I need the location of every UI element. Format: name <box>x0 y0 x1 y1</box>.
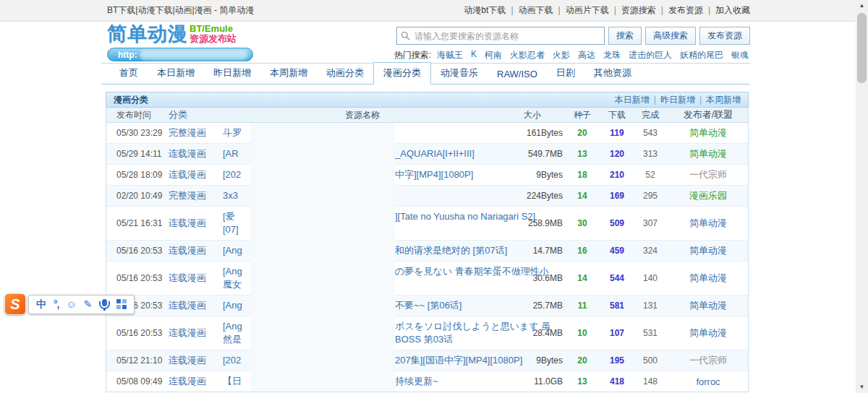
voice-input-icon[interactable] <box>102 299 107 306</box>
row-downloads[interactable]: 107 <box>602 328 632 338</box>
title-fragment-left[interactable]: [Ang <box>223 321 242 332</box>
title-fragment-left[interactable]: [202 <box>223 355 241 366</box>
row-category-link[interactable]: 连载漫画 <box>169 147 223 160</box>
title-fragment-left2[interactable]: 然是 <box>223 334 242 345</box>
title-fragment-left[interactable]: [Ang <box>223 245 242 256</box>
row-downloads[interactable]: 581 <box>602 301 632 311</box>
nav-tab[interactable]: 本周新增 <box>260 63 317 84</box>
advanced-search-button[interactable]: 高级搜索 <box>645 27 696 45</box>
row-category-link[interactable]: 连载漫画 <box>169 244 223 257</box>
hot-search-link[interactable]: 火影 <box>553 49 570 61</box>
nav-tab[interactable]: 其他资源 <box>584 63 641 84</box>
hot-search-link[interactable]: 柯南 <box>485 49 502 61</box>
title-fragment-left[interactable]: [Ang <box>223 266 242 277</box>
nav-tab[interactable]: 首页 <box>110 63 148 84</box>
title-fragment-right[interactable]: 持续更新~ <box>395 375 438 388</box>
scroll-up-arrow-icon[interactable]: ▲ <box>856 0 868 12</box>
row-category-link[interactable]: 连载漫画 <box>169 217 223 230</box>
table-row[interactable]: 02/20 10:49 完整漫画 3x3 224Bytes 14 169 295 <box>106 186 748 207</box>
hot-search-link[interactable]: 龙珠 <box>603 49 621 61</box>
table-row[interactable]: 05/16 20:53 连载漫画 [Ang ボスをソロ討伐しようと思います 虽 … <box>106 316 748 350</box>
title-fragment-right2[interactable]: BOSS 第03话 <box>395 333 453 346</box>
title-fragment-right[interactable]: ボスをソロ討伐しようと思います 虽 <box>395 320 550 333</box>
hot-search-link[interactable]: 进击的巨人 <box>629 49 672 61</box>
hot-search-link[interactable]: 妖精的尾巴 <box>680 49 723 61</box>
row-downloads[interactable]: 195 <box>602 355 632 366</box>
title-fragment-right[interactable]: 207集][国语中字][MP4][1080P] <box>395 354 522 367</box>
table-row[interactable]: 05/28 18:09 连载漫画 [202 中字][MP4][1080P] 9B… <box>106 165 748 186</box>
nav-tab[interactable]: 动画分类 <box>317 63 373 84</box>
row-downloads[interactable]: 120 <box>602 149 632 159</box>
title-fragment-right[interactable]: _AQUARIA[I+II+III] <box>395 147 475 160</box>
section-link[interactable]: 本周新增 <box>695 94 741 106</box>
title-fragment-left[interactable]: 3x3 <box>223 190 238 201</box>
table-row[interactable]: 05/12 21:10 连载漫画 [202 207集][国语中字][MP4][1… <box>106 350 748 371</box>
row-publisher-link[interactable]: 简单动漫 <box>668 126 748 139</box>
title-fragment-right[interactable]: 中字][MP4][1080P] <box>395 168 473 181</box>
row-publisher-link[interactable]: 一代宗师 <box>668 354 748 367</box>
table-row[interactable]: 05/16 20:53 连载漫画 [Ang 不要~~ [第06话] 25.7MB… <box>106 295 748 316</box>
top-link[interactable]: 加入收藏 <box>703 4 750 17</box>
title-fragment-left[interactable]: 斗罗 <box>223 127 242 138</box>
title-fragment-left[interactable]: 【日 <box>223 376 242 386</box>
top-link[interactable]: 动画片下载 <box>553 4 609 17</box>
chinese-mode-icon[interactable]: 中 <box>36 299 46 309</box>
row-downloads[interactable]: 119 <box>602 128 632 138</box>
top-link[interactable]: 发布资源 <box>656 4 703 17</box>
publish-resource-button[interactable]: 发布资源 <box>699 27 750 45</box>
row-publisher-link[interactable]: 简单动漫 <box>668 327 748 340</box>
title-fragment-right[interactable]: 不要~~ [第06话] <box>395 299 461 312</box>
hot-search-link[interactable]: K <box>471 49 477 61</box>
search-button[interactable]: 搜索 <box>608 27 642 45</box>
table-row[interactable]: 05/16 20:53 连载漫画 [Ang の夢を見ない 青春期笨蛋不做理性小 … <box>106 262 748 295</box>
row-publisher-link[interactable]: 漫画乐园 <box>668 189 748 202</box>
top-link[interactable]: 动画下载 <box>506 4 553 17</box>
title-fragment-right[interactable]: ][Tate no Yuusha no Nariagari S2] <box>395 210 535 223</box>
section-link[interactable]: 本日新增 <box>615 94 650 106</box>
row-downloads[interactable]: 210 <box>602 170 632 180</box>
table-row[interactable]: 05/16 20:53 连载漫画 [Ang 和的请求是绝对的 [第07话] 14… <box>106 241 748 262</box>
row-downloads[interactable]: 544 <box>602 273 632 283</box>
punctuation-icon[interactable]: °, <box>54 299 59 309</box>
section-link[interactable]: 昨日新增 <box>650 94 695 106</box>
nav-tab[interactable]: 漫画分类 <box>373 62 431 85</box>
scroll-down-arrow-icon[interactable]: ▼ <box>856 381 868 393</box>
row-category-link[interactable]: 连载漫画 <box>169 168 223 181</box>
row-publisher-link[interactable]: forroc <box>668 376 748 387</box>
hot-search-link[interactable]: 海贼王 <box>437 49 463 61</box>
top-link[interactable]: 动漫bt下载 <box>464 4 506 17</box>
hot-search-link[interactable]: 高达 <box>578 49 595 61</box>
vertical-scrollbar[interactable]: ▲ ▼ <box>856 0 868 393</box>
row-category-link[interactable]: 完整漫画 <box>169 126 223 139</box>
title-fragment-left[interactable]: [202 <box>223 169 241 180</box>
title-fragment-left[interactable]: [Ang <box>223 300 242 311</box>
row-category-link[interactable]: 连载漫画 <box>169 354 223 367</box>
row-downloads[interactable]: 459 <box>602 246 632 256</box>
row-category-link[interactable]: 连载漫画 <box>169 375 223 388</box>
hot-search-link[interactable]: 银魂 <box>731 49 749 61</box>
nav-tab[interactable]: 日剧 <box>547 63 584 84</box>
row-downloads[interactable]: 169 <box>602 191 632 201</box>
hot-search-link[interactable]: 火影忍者 <box>510 49 545 61</box>
table-row[interactable]: 05/30 23:29 完整漫画 斗罗 161Bytes 20 119 543 <box>106 123 748 144</box>
title-fragment-right[interactable]: の夢を見ない 青春期笨蛋不做理性小 <box>395 265 549 278</box>
row-publisher-link[interactable]: 简单动漫 <box>668 147 748 160</box>
nav-tab[interactable]: RAW/ISO <box>488 65 547 84</box>
row-category-link[interactable]: 连载漫画 <box>169 327 223 340</box>
row-publisher-link[interactable]: 简单动漫 <box>668 272 748 285</box>
sogou-logo-icon[interactable]: S <box>4 293 26 315</box>
emoji-icon[interactable]: ☺ <box>67 299 77 309</box>
handwriting-pen-icon[interactable]: ✎ <box>84 299 93 309</box>
row-category-link[interactable]: 连载漫画 <box>169 272 223 285</box>
title-fragment-left2[interactable]: [07] <box>223 224 239 235</box>
title-fragment-left2[interactable]: 魔女 <box>223 279 242 290</box>
nav-tab[interactable]: 昨日新增 <box>204 63 260 84</box>
top-link[interactable]: 资源搜索 <box>609 4 656 17</box>
row-publisher-link[interactable]: 简单动漫 <box>668 299 748 312</box>
row-category-link[interactable]: 完整漫画 <box>169 189 223 202</box>
table-row[interactable]: 05/21 16:31 连载漫画 [爱 ][Tate no Yuusha no … <box>106 207 748 241</box>
row-publisher-link[interactable]: 一代宗师 <box>668 168 748 181</box>
title-fragment-right[interactable]: 和的请求是绝对的 [第07话] <box>395 244 507 257</box>
table-row[interactable]: 05/29 14:11 连载漫画 [AR _AQUARIA[I+II+III] … <box>106 144 748 165</box>
site-logo[interactable]: 简单动漫 BT/Emule 资源发布站 <box>107 22 237 46</box>
